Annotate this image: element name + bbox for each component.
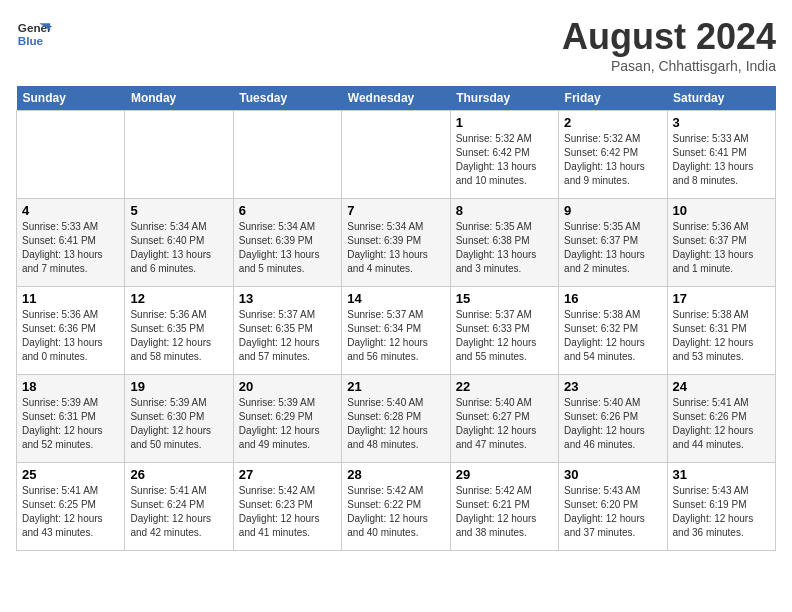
calendar-cell: 8Sunrise: 5:35 AM Sunset: 6:38 PM Daylig… bbox=[450, 199, 558, 287]
calendar-cell bbox=[17, 111, 125, 199]
calendar-cell: 24Sunrise: 5:41 AM Sunset: 6:26 PM Dayli… bbox=[667, 375, 775, 463]
calendar-cell: 19Sunrise: 5:39 AM Sunset: 6:30 PM Dayli… bbox=[125, 375, 233, 463]
day-number: 10 bbox=[673, 203, 770, 218]
calendar-cell: 7Sunrise: 5:34 AM Sunset: 6:39 PM Daylig… bbox=[342, 199, 450, 287]
day-number: 27 bbox=[239, 467, 336, 482]
calendar-cell: 3Sunrise: 5:33 AM Sunset: 6:41 PM Daylig… bbox=[667, 111, 775, 199]
day-info: Sunrise: 5:34 AM Sunset: 6:39 PM Dayligh… bbox=[347, 220, 444, 276]
day-number: 13 bbox=[239, 291, 336, 306]
calendar-cell: 21Sunrise: 5:40 AM Sunset: 6:28 PM Dayli… bbox=[342, 375, 450, 463]
title-block: August 2024 Pasan, Chhattisgarh, India bbox=[562, 16, 776, 74]
day-info: Sunrise: 5:43 AM Sunset: 6:19 PM Dayligh… bbox=[673, 484, 770, 540]
day-number: 19 bbox=[130, 379, 227, 394]
calendar-cell: 14Sunrise: 5:37 AM Sunset: 6:34 PM Dayli… bbox=[342, 287, 450, 375]
day-number: 9 bbox=[564, 203, 661, 218]
sub-title: Pasan, Chhattisgarh, India bbox=[562, 58, 776, 74]
day-info: Sunrise: 5:38 AM Sunset: 6:32 PM Dayligh… bbox=[564, 308, 661, 364]
calendar-cell: 15Sunrise: 5:37 AM Sunset: 6:33 PM Dayli… bbox=[450, 287, 558, 375]
calendar-cell: 23Sunrise: 5:40 AM Sunset: 6:26 PM Dayli… bbox=[559, 375, 667, 463]
day-info: Sunrise: 5:36 AM Sunset: 6:35 PM Dayligh… bbox=[130, 308, 227, 364]
day-number: 25 bbox=[22, 467, 119, 482]
day-info: Sunrise: 5:40 AM Sunset: 6:28 PM Dayligh… bbox=[347, 396, 444, 452]
calendar-cell: 13Sunrise: 5:37 AM Sunset: 6:35 PM Dayli… bbox=[233, 287, 341, 375]
calendar-cell: 28Sunrise: 5:42 AM Sunset: 6:22 PM Dayli… bbox=[342, 463, 450, 551]
day-info: Sunrise: 5:34 AM Sunset: 6:39 PM Dayligh… bbox=[239, 220, 336, 276]
day-number: 5 bbox=[130, 203, 227, 218]
calendar-cell: 17Sunrise: 5:38 AM Sunset: 6:31 PM Dayli… bbox=[667, 287, 775, 375]
header: General Blue August 2024 Pasan, Chhattis… bbox=[16, 16, 776, 74]
calendar-cell: 26Sunrise: 5:41 AM Sunset: 6:24 PM Dayli… bbox=[125, 463, 233, 551]
day-info: Sunrise: 5:43 AM Sunset: 6:20 PM Dayligh… bbox=[564, 484, 661, 540]
weekday-header: Wednesday bbox=[342, 86, 450, 111]
day-info: Sunrise: 5:42 AM Sunset: 6:22 PM Dayligh… bbox=[347, 484, 444, 540]
calendar-cell bbox=[233, 111, 341, 199]
day-number: 22 bbox=[456, 379, 553, 394]
calendar-cell: 6Sunrise: 5:34 AM Sunset: 6:39 PM Daylig… bbox=[233, 199, 341, 287]
weekday-header: Friday bbox=[559, 86, 667, 111]
day-number: 17 bbox=[673, 291, 770, 306]
calendar-cell: 30Sunrise: 5:43 AM Sunset: 6:20 PM Dayli… bbox=[559, 463, 667, 551]
calendar-table: SundayMondayTuesdayWednesdayThursdayFrid… bbox=[16, 86, 776, 551]
calendar-cell: 4Sunrise: 5:33 AM Sunset: 6:41 PM Daylig… bbox=[17, 199, 125, 287]
calendar-cell: 18Sunrise: 5:39 AM Sunset: 6:31 PM Dayli… bbox=[17, 375, 125, 463]
weekday-header: Tuesday bbox=[233, 86, 341, 111]
weekday-header-row: SundayMondayTuesdayWednesdayThursdayFrid… bbox=[17, 86, 776, 111]
day-number: 7 bbox=[347, 203, 444, 218]
calendar-cell: 27Sunrise: 5:42 AM Sunset: 6:23 PM Dayli… bbox=[233, 463, 341, 551]
day-info: Sunrise: 5:41 AM Sunset: 6:25 PM Dayligh… bbox=[22, 484, 119, 540]
day-number: 24 bbox=[673, 379, 770, 394]
weekday-header: Thursday bbox=[450, 86, 558, 111]
day-number: 8 bbox=[456, 203, 553, 218]
day-number: 14 bbox=[347, 291, 444, 306]
day-info: Sunrise: 5:41 AM Sunset: 6:26 PM Dayligh… bbox=[673, 396, 770, 452]
day-number: 26 bbox=[130, 467, 227, 482]
calendar-cell: 29Sunrise: 5:42 AM Sunset: 6:21 PM Dayli… bbox=[450, 463, 558, 551]
logo: General Blue bbox=[16, 16, 52, 52]
day-number: 2 bbox=[564, 115, 661, 130]
day-number: 12 bbox=[130, 291, 227, 306]
calendar-cell: 11Sunrise: 5:36 AM Sunset: 6:36 PM Dayli… bbox=[17, 287, 125, 375]
day-info: Sunrise: 5:36 AM Sunset: 6:36 PM Dayligh… bbox=[22, 308, 119, 364]
day-info: Sunrise: 5:40 AM Sunset: 6:26 PM Dayligh… bbox=[564, 396, 661, 452]
calendar-cell: 25Sunrise: 5:41 AM Sunset: 6:25 PM Dayli… bbox=[17, 463, 125, 551]
day-info: Sunrise: 5:41 AM Sunset: 6:24 PM Dayligh… bbox=[130, 484, 227, 540]
calendar-cell: 10Sunrise: 5:36 AM Sunset: 6:37 PM Dayli… bbox=[667, 199, 775, 287]
day-number: 18 bbox=[22, 379, 119, 394]
calendar-cell: 16Sunrise: 5:38 AM Sunset: 6:32 PM Dayli… bbox=[559, 287, 667, 375]
weekday-header: Monday bbox=[125, 86, 233, 111]
day-info: Sunrise: 5:39 AM Sunset: 6:31 PM Dayligh… bbox=[22, 396, 119, 452]
weekday-header: Sunday bbox=[17, 86, 125, 111]
calendar-cell: 20Sunrise: 5:39 AM Sunset: 6:29 PM Dayli… bbox=[233, 375, 341, 463]
day-info: Sunrise: 5:39 AM Sunset: 6:30 PM Dayligh… bbox=[130, 396, 227, 452]
calendar-week-row: 11Sunrise: 5:36 AM Sunset: 6:36 PM Dayli… bbox=[17, 287, 776, 375]
day-number: 4 bbox=[22, 203, 119, 218]
day-number: 16 bbox=[564, 291, 661, 306]
day-number: 1 bbox=[456, 115, 553, 130]
day-info: Sunrise: 5:42 AM Sunset: 6:23 PM Dayligh… bbox=[239, 484, 336, 540]
day-info: Sunrise: 5:33 AM Sunset: 6:41 PM Dayligh… bbox=[22, 220, 119, 276]
day-number: 3 bbox=[673, 115, 770, 130]
day-number: 6 bbox=[239, 203, 336, 218]
day-info: Sunrise: 5:35 AM Sunset: 6:38 PM Dayligh… bbox=[456, 220, 553, 276]
day-info: Sunrise: 5:37 AM Sunset: 6:34 PM Dayligh… bbox=[347, 308, 444, 364]
day-info: Sunrise: 5:42 AM Sunset: 6:21 PM Dayligh… bbox=[456, 484, 553, 540]
svg-text:Blue: Blue bbox=[18, 34, 44, 47]
day-info: Sunrise: 5:34 AM Sunset: 6:40 PM Dayligh… bbox=[130, 220, 227, 276]
day-info: Sunrise: 5:39 AM Sunset: 6:29 PM Dayligh… bbox=[239, 396, 336, 452]
day-number: 15 bbox=[456, 291, 553, 306]
day-info: Sunrise: 5:40 AM Sunset: 6:27 PM Dayligh… bbox=[456, 396, 553, 452]
calendar-cell: 12Sunrise: 5:36 AM Sunset: 6:35 PM Dayli… bbox=[125, 287, 233, 375]
day-info: Sunrise: 5:32 AM Sunset: 6:42 PM Dayligh… bbox=[456, 132, 553, 188]
calendar-cell: 1Sunrise: 5:32 AM Sunset: 6:42 PM Daylig… bbox=[450, 111, 558, 199]
calendar-week-row: 25Sunrise: 5:41 AM Sunset: 6:25 PM Dayli… bbox=[17, 463, 776, 551]
calendar-cell bbox=[342, 111, 450, 199]
day-number: 21 bbox=[347, 379, 444, 394]
calendar-week-row: 1Sunrise: 5:32 AM Sunset: 6:42 PM Daylig… bbox=[17, 111, 776, 199]
day-number: 20 bbox=[239, 379, 336, 394]
calendar-week-row: 4Sunrise: 5:33 AM Sunset: 6:41 PM Daylig… bbox=[17, 199, 776, 287]
calendar-cell bbox=[125, 111, 233, 199]
calendar-week-row: 18Sunrise: 5:39 AM Sunset: 6:31 PM Dayli… bbox=[17, 375, 776, 463]
day-number: 23 bbox=[564, 379, 661, 394]
day-info: Sunrise: 5:36 AM Sunset: 6:37 PM Dayligh… bbox=[673, 220, 770, 276]
weekday-header: Saturday bbox=[667, 86, 775, 111]
